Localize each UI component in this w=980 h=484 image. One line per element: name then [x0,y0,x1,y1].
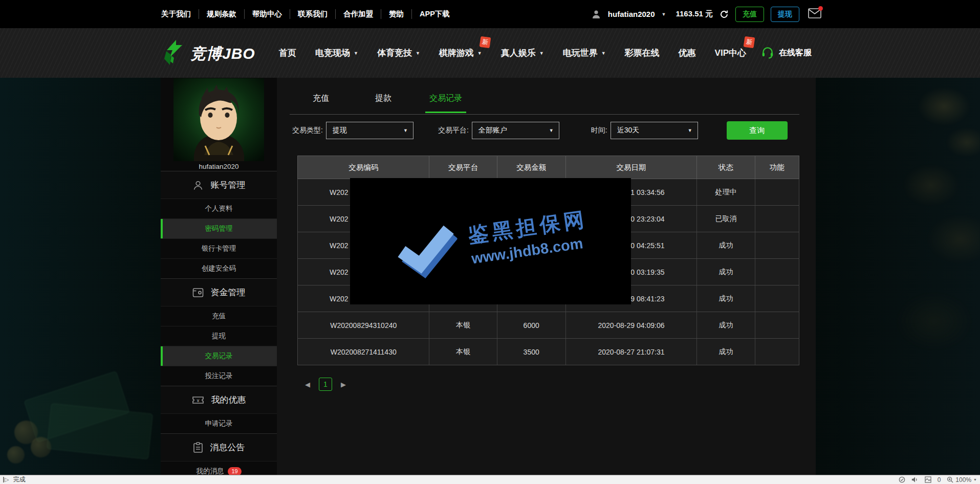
chevron-down-icon: ▼ [354,51,358,56]
zoom-caret-icon: ▼ [973,478,977,481]
watermark: 鉴黑担保网 www.jhdb8.com [388,196,593,287]
chevron-down-icon: ▼ [688,128,692,133]
platform-filter-dropdown[interactable]: 全部账户 ▼ [472,122,559,139]
user-icon [591,9,601,19]
nav-item-label: 体育竞技 [377,47,412,59]
sidebar-item[interactable]: 银行卡管理 [161,238,277,258]
zoom-control[interactable]: 100% ▼ [947,476,977,483]
next-page-icon[interactable]: ▶ [341,381,346,388]
speaker-icon[interactable] [911,476,919,483]
sidebar-item[interactable]: 充值 [161,306,277,326]
coin-decoration [31,437,51,457]
withdraw-button[interactable]: 提现 [771,7,799,22]
username-dropdown[interactable]: hufatian2020 [608,10,655,18]
topbar: 关于我们规则条款帮助中心联系我们合作加盟赞助APP下载 hufatian2020… [0,0,980,28]
sidebar-item[interactable]: 个人资料 [161,199,277,218]
sidebar-item[interactable]: 提现 [161,326,277,346]
sidebar-username: hufatian2020 [161,163,277,170]
recharge-button[interactable]: 充值 [735,7,764,22]
chevron-down-icon[interactable]: ▼ [662,12,666,17]
nav-item[interactable]: VIP中心 新 [715,47,746,59]
table-header-cell: 功能 [755,156,799,179]
type-filter-label: 交易类型: [292,126,323,135]
nav-item[interactable]: 棋牌游戏 ▼ 新 [439,47,482,59]
cell-code: W202008271411430 [298,339,429,365]
notification-dot [818,6,823,11]
nav-item[interactable]: 电玩世界 ▼ [563,47,606,59]
sidebar-section[interactable]: ¥ 我的优惠 [161,386,277,413]
online-service[interactable]: 在线客服 [761,28,812,78]
cell-action [755,339,799,365]
nav-item[interactable]: 体育竞技 ▼ [377,47,420,59]
notice-icon [193,442,203,453]
tab[interactable]: 交易记录 [415,93,477,113]
nav-item-label: 棋牌游戏 [439,47,474,59]
nav-item[interactable]: 优惠 [679,47,696,59]
tab[interactable]: 提款 [352,93,415,113]
time-filter-dropdown[interactable]: 近30天 ▼ [611,122,698,139]
online-service-label: 在线客服 [779,48,812,58]
sidebar-menu: 账号管理 个人资料 密码管理 银行卡管理 创建安全码 资金管理 充值 提现 交易… [161,171,277,475]
bill-decoration [47,403,153,459]
sidebar-item[interactable]: 申请记录 [161,413,277,433]
table-header-cell: 交易金额 [497,156,565,179]
topbar-link[interactable]: 帮助中心 [244,9,290,19]
frame-icon[interactable] [925,476,931,483]
cell-date: 2020-08-29 04:09:06 [565,312,696,338]
topbar-link[interactable]: 规则条款 [199,9,244,19]
cell-status: 成功 [696,259,755,285]
cell-amount: 3500 [497,339,565,365]
nav-items: 首页 电竞现场 ▼ 体育竞技 ▼ 棋牌游戏 ▼ 新 真人娱乐 ▼ 电玩世界 ▼ … [279,28,746,78]
cell-status: 成功 [696,232,755,258]
type-filter-dropdown[interactable]: 提现 ▼ [326,122,413,139]
topbar-user-area: hufatian2020 ▼ 1163.51 元 充值 提现 [591,7,821,22]
cell-action [755,285,799,312]
sidebar-section[interactable]: 消息公告 [161,433,277,461]
sidebar-section-label: 消息公告 [210,442,245,453]
search-button[interactable]: 查询 [727,121,788,140]
tab[interactable]: 充值 [290,93,352,113]
nav-item[interactable]: 彩票在线 [625,47,660,59]
topbar-link[interactable]: APP下载 [411,9,458,19]
chevron-down-icon: ▼ [477,51,482,56]
topbar-link[interactable]: 联系我们 [290,9,335,19]
sidebar-item-label: 我的消息 [196,467,224,475]
topbar-link[interactable]: 赞助 [381,9,411,19]
topbar-link[interactable]: 合作加盟 [335,9,381,19]
sidebar-section[interactable]: 账号管理 [161,171,277,199]
svg-text:¥: ¥ [196,398,200,403]
sidebar-item[interactable]: 交易记录 [161,346,277,366]
sidebar-section[interactable]: 资金管理 [161,278,277,306]
sidebar-item-label: 投注记录 [205,371,233,381]
nav-item[interactable]: 真人娱乐 ▼ [501,47,544,59]
topbar-links: 关于我们规则条款帮助中心联系我们合作加盟赞助APP下载 [154,9,458,19]
sidebar: hufatian2020 账号管理 个人资料 密码管理 银行卡管理 创建安全码 … [161,78,277,475]
sidebar-item[interactable]: 投注记录 [161,366,277,386]
refresh-balance-icon[interactable] [720,10,729,19]
table-header-cell: 交易日期 [565,156,696,179]
cell-action [755,312,799,338]
topbar-link[interactable]: 关于我们 [154,9,199,19]
prev-page-icon[interactable]: ◀ [305,381,310,388]
nav-item[interactable]: 首页 [279,47,296,59]
table-header-cell: 状态 [696,156,755,179]
sidebar-item-label: 创建安全码 [202,264,236,273]
pagination: ◀ 1 ▶ [305,378,346,391]
protected-mode-icon[interactable] [899,476,905,483]
cell-code: W202008294310240 [298,312,429,338]
main-content: 充值提款交易记录 交易类型: 提现 ▼ 交易平台: 全部账户 ▼ 时间: 近30… [277,78,816,475]
sidebar-item[interactable]: 我的消息 19 [161,461,277,475]
new-badge: 新 [479,36,491,49]
page-number[interactable]: 1 [319,378,332,391]
sidebar-item[interactable]: 密码管理 [161,218,277,238]
cell-amount: 6000 [497,312,565,338]
site-logo[interactable]: 竞博JBO [162,39,255,68]
messages-envelope-icon[interactable] [808,8,821,20]
type-filter-value: 提现 [333,126,347,135]
nav-item-label: 电竞现场 [315,47,350,59]
sidebar-item[interactable]: 创建安全码 [161,258,277,278]
sidebar-item-label: 银行卡管理 [202,244,236,253]
avatar[interactable] [173,78,264,161]
time-filter-value: 近30天 [617,126,640,135]
nav-item[interactable]: 电竞现场 ▼ [315,47,358,59]
